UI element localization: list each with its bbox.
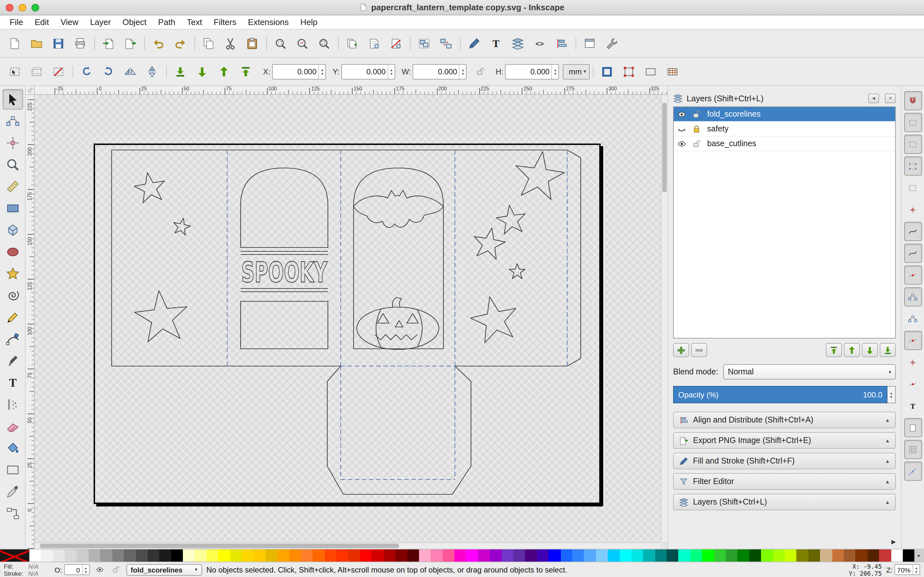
palette-swatch[interactable] — [218, 550, 230, 562]
zoom-to-drawing-button[interactable] — [292, 33, 312, 53]
palette-swatch[interactable] — [407, 550, 419, 562]
palette-swatch[interactable] — [289, 550, 301, 562]
palette-swatch[interactable] — [124, 550, 136, 562]
palette-swatch[interactable] — [29, 550, 41, 562]
palette-swatch[interactable] — [136, 550, 148, 562]
palette-swatch[interactable] — [148, 550, 160, 562]
palette-swatch[interactable] — [160, 550, 171, 562]
filter-editor-panel-header[interactable]: Filter Editor ▲ — [673, 473, 896, 490]
lock-ratio-toggle[interactable] — [472, 63, 489, 80]
opacity-slider[interactable]: Opacity (%) 100.0 — [673, 386, 887, 403]
select-all-layers-button[interactable] — [26, 61, 47, 82]
palette-swatch[interactable] — [313, 550, 325, 562]
palette-swatch[interactable] — [207, 550, 218, 562]
palette-swatch[interactable] — [537, 550, 549, 562]
pencil-tool[interactable] — [2, 307, 23, 327]
scrollbar-thumb[interactable] — [662, 103, 667, 192]
palette-swatch[interactable] — [100, 550, 112, 562]
selector-tool[interactable] — [2, 89, 23, 110]
bezier-tool[interactable] — [2, 329, 23, 350]
collapse-arrow-icon[interactable]: ▲ — [885, 479, 890, 484]
redo-button[interactable] — [170, 33, 191, 53]
layer-to-bottom-button[interactable] — [880, 343, 896, 357]
star-cutout[interactable] — [135, 290, 187, 342]
collapse-arrow-icon[interactable]: ▲ — [885, 458, 890, 464]
deselect-button[interactable] — [48, 61, 69, 82]
palette-swatch[interactable] — [856, 550, 867, 562]
palette-swatch[interactable] — [65, 550, 77, 562]
palette-swatch[interactable] — [419, 550, 431, 562]
palette-swatch[interactable] — [230, 550, 242, 562]
zoom-window-button[interactable] — [31, 3, 39, 11]
palette-swatch[interactable] — [348, 550, 360, 562]
text-menu[interactable]: Text — [181, 16, 208, 28]
palette-swatch[interactable] — [266, 550, 278, 562]
rectangle-tool[interactable] — [2, 198, 23, 219]
palette-swatch[interactable] — [336, 550, 348, 562]
guide-lock-icon[interactable] — [27, 87, 33, 93]
lantern-template-drawing[interactable]: SPOOKY — [35, 95, 667, 549]
palette-swatch[interactable] — [395, 550, 407, 562]
preferences-button[interactable] — [601, 33, 622, 53]
snap-object-centers-toggle[interactable] — [904, 353, 922, 372]
raise-to-top-button[interactable] — [236, 61, 256, 82]
zoom-to-page-button[interactable] — [314, 33, 334, 53]
cut-lines[interactable]: SPOOKY — [111, 150, 581, 494]
palette-swatch[interactable] — [891, 550, 903, 562]
palette-swatch[interactable] — [443, 550, 454, 562]
node-editor-tool[interactable] — [2, 111, 23, 131]
palette-swatch[interactable] — [549, 550, 561, 562]
star-cutout[interactable] — [509, 263, 525, 279]
object-opacity-input[interactable]: 0▴▾ — [64, 564, 89, 575]
dropper-tool[interactable] — [2, 482, 23, 502]
palette-swatch[interactable] — [478, 550, 490, 562]
move-patterns-toggle[interactable] — [662, 61, 682, 82]
layer-lock-toggle[interactable] — [690, 139, 703, 148]
palette-swatch[interactable] — [655, 550, 667, 562]
snap-bounding-box-toggle[interactable] — [904, 113, 922, 132]
import-button[interactable] — [98, 33, 119, 53]
minimize-window-button[interactable] — [19, 3, 26, 11]
palette-swatch[interactable] — [809, 550, 821, 562]
group-button[interactable] — [414, 33, 435, 53]
vertical-ruler[interactable]: 2252001751501251007550250 — [26, 95, 35, 549]
ellipse-tool[interactable] — [2, 242, 23, 262]
palette-swatch[interactable] — [832, 550, 844, 562]
palette-swatch[interactable] — [501, 550, 513, 562]
object-menu[interactable]: Object — [117, 16, 152, 28]
palette-swatch[interactable] — [607, 550, 620, 562]
print-button[interactable] — [70, 33, 90, 53]
tweak-tool[interactable] — [2, 133, 23, 153]
path-menu[interactable]: Path — [152, 16, 181, 28]
height-input[interactable]: 0.000▴▾ — [505, 64, 559, 79]
palette-swatch[interactable] — [667, 550, 678, 562]
palette-swatch[interactable] — [738, 550, 750, 562]
layer-visibility-toggle[interactable] — [675, 139, 688, 148]
palette-swatch[interactable] — [750, 550, 761, 562]
paint-bucket-tool[interactable] — [2, 438, 23, 458]
raise-button[interactable] — [214, 61, 234, 82]
copy-button[interactable] — [198, 33, 219, 53]
box3d-tool[interactable] — [2, 220, 23, 240]
undock-panel-button[interactable]: ◂ — [868, 93, 879, 103]
snap-smooth-nodes-toggle[interactable] — [904, 309, 922, 328]
palette-swatch[interactable] — [844, 550, 856, 562]
palette-swatch[interactable] — [112, 550, 124, 562]
layer-row[interactable]: base_cutlines — [674, 137, 895, 151]
star-cutout[interactable] — [474, 228, 505, 259]
star-tool[interactable] — [2, 263, 23, 284]
palette-swatch[interactable] — [195, 550, 207, 562]
blend-mode-dropdown[interactable]: Normal▾ — [723, 364, 896, 380]
palette-swatch[interactable] — [632, 550, 643, 562]
open-document-button[interactable] — [26, 33, 47, 53]
palette-swatch[interactable] — [620, 550, 632, 562]
palette-swatch[interactable] — [325, 550, 336, 562]
spray-tool[interactable] — [2, 394, 23, 415]
gradient-tool[interactable] — [2, 460, 23, 480]
snap-path-intersections-toggle[interactable] — [904, 266, 922, 285]
move-gradients-toggle[interactable] — [640, 61, 661, 82]
align-distribute-panel-header[interactable]: Align and Distribute (Shift+Ctrl+A) ▲ — [673, 412, 896, 428]
text-tool[interactable] — [2, 372, 23, 393]
save-button[interactable] — [48, 33, 69, 53]
palette-swatch[interactable] — [41, 550, 53, 562]
